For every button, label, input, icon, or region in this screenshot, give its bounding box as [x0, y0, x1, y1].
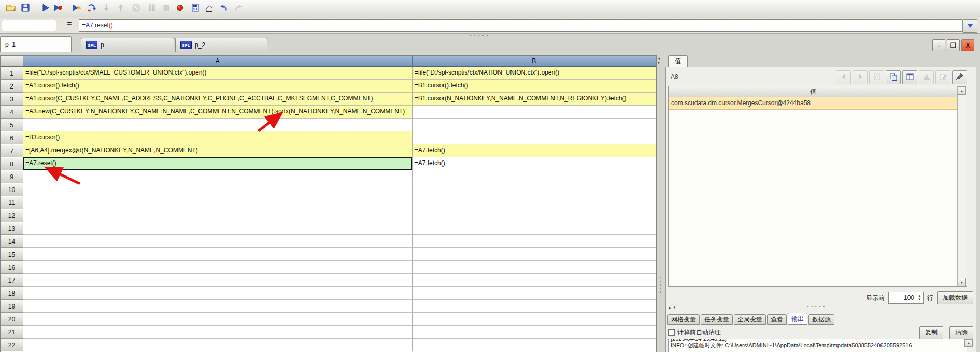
cell-A10[interactable] — [23, 183, 413, 196]
cell-A4[interactable]: =A3.new(C_CUSTKEY:N_NATIONKEY,C_NAME:N_N… — [23, 106, 413, 119]
auto-clear-checkbox[interactable] — [668, 329, 675, 336]
row-header-3[interactable]: 3 — [1, 93, 23, 106]
row-header-5[interactable]: 5 — [1, 119, 23, 131]
row-header-20[interactable]: 20 — [1, 313, 23, 326]
tab-value[interactable]: 值 — [668, 55, 688, 67]
cell-A13[interactable] — [23, 222, 413, 235]
panel-tab-全局变量[interactable]: 全局变量 — [734, 314, 766, 325]
log-scroll-up-icon[interactable]: ▲ — [964, 339, 973, 347]
cell-A6[interactable]: =B3.cursor() — [23, 131, 413, 144]
cell-A12[interactable] — [23, 209, 413, 222]
breakpoint-button[interactable] — [174, 3, 186, 14]
restore-button[interactable]: ❐ — [947, 39, 960, 51]
row-count-spinner[interactable]: 100 ▲▼ — [888, 292, 924, 304]
cell-B4[interactable] — [413, 106, 656, 119]
row-header-11[interactable]: 11 — [1, 196, 23, 209]
panel-tab-网格变量[interactable]: 网格变量 — [667, 314, 700, 325]
panel-tab-数据源[interactable]: 数据源 — [808, 314, 834, 325]
splitter-dots-top[interactable]: ····· — [470, 31, 490, 40]
column-header-A[interactable]: A — [23, 56, 413, 67]
cell-B1[interactable]: =file("D:/spl-scriptis/ctx/NATION_UNION.… — [413, 67, 656, 80]
row-header-7[interactable]: 7 — [1, 144, 23, 157]
cell-B21[interactable] — [413, 326, 656, 339]
row-header-15[interactable]: 15 — [1, 248, 23, 261]
cell-A22[interactable] — [23, 339, 413, 351]
cell-B7[interactable]: =A7.fetch() — [413, 144, 656, 157]
row-header-13[interactable]: 13 — [1, 222, 23, 235]
row-header-10[interactable]: 10 — [1, 183, 23, 196]
panel-tab-输出[interactable]: 输出 — [788, 313, 807, 325]
grid-panel-splitter[interactable]: ◂▸ — [657, 55, 665, 352]
formula-input[interactable]: =A7.reset() — [79, 19, 962, 32]
row-header-4[interactable]: 4 — [1, 106, 23, 119]
value-table-scrollbar[interactable]: ▲ ▼ — [957, 86, 967, 286]
cell-A8[interactable]: =A7.reset() — [23, 157, 413, 170]
cell-A18[interactable] — [23, 287, 413, 300]
panel-splitter[interactable]: ▲ ▼ ····· — [666, 305, 977, 312]
cell-A17[interactable] — [23, 274, 413, 287]
row-header-17[interactable]: 17 — [1, 274, 23, 287]
cell-B6[interactable] — [413, 131, 656, 144]
clear-cells-button[interactable] — [203, 3, 215, 14]
file-tab-p_1[interactable]: p_1 — [0, 36, 72, 52]
column-header-B[interactable]: B — [413, 56, 656, 67]
cell-B22[interactable] — [413, 339, 656, 351]
row-count-value[interactable]: 100 — [889, 294, 916, 301]
cell-B12[interactable] — [413, 209, 656, 222]
cell-A9[interactable] — [23, 170, 413, 183]
panel-tab-查看[interactable]: 查看 — [767, 314, 787, 325]
minimize-button[interactable]: – — [932, 39, 945, 51]
row-header-19[interactable]: 19 — [1, 300, 23, 313]
cell-A21[interactable] — [23, 326, 413, 339]
cell-B20[interactable] — [413, 313, 656, 326]
cell-B13[interactable] — [413, 222, 656, 235]
cell-A20[interactable] — [23, 313, 413, 326]
panel-splitter-arrows[interactable]: ▲ ▼ — [668, 306, 677, 309]
record-view-button[interactable] — [902, 70, 917, 84]
scroll-up-icon[interactable]: ▲ — [958, 86, 966, 95]
cell-A14[interactable] — [23, 235, 413, 248]
cell-B19[interactable] — [413, 300, 656, 313]
splitter-collapse-icons[interactable]: ◂▸ — [658, 56, 660, 65]
cell-B3[interactable]: =B1.cursor(N_NATIONKEY,N_NAME,N_COMMENT,… — [413, 93, 656, 106]
row-header-12[interactable]: 12 — [1, 209, 23, 222]
run-current-cell-button[interactable] — [70, 3, 82, 14]
cell-A3[interactable]: =A1.cursor(C_CUSTKEY,C_NAME,C_ADDRESS,C_… — [23, 93, 413, 106]
row-header-16[interactable]: 16 — [1, 261, 23, 274]
cell-A16[interactable] — [23, 261, 413, 274]
step-over-button[interactable] — [86, 3, 97, 14]
copy-button[interactable]: 复制 — [919, 326, 943, 339]
cell-A11[interactable] — [23, 196, 413, 209]
close-button[interactable]: X — [961, 39, 974, 51]
row-header-18[interactable]: 18 — [1, 287, 23, 300]
run-debug-button[interactable] — [52, 3, 63, 14]
cell-B15[interactable] — [413, 248, 656, 261]
formula-expand-button[interactable] — [962, 19, 977, 33]
cell-B10[interactable] — [413, 183, 656, 196]
cell-A2[interactable]: =A1.cursor().fetch() — [23, 80, 413, 93]
cell-B17[interactable] — [413, 274, 656, 287]
cell-B14[interactable] — [413, 235, 656, 248]
row-header-8[interactable]: 8 — [1, 157, 23, 170]
cell-B2[interactable]: =B1.cursor().fetch() — [413, 80, 656, 93]
cell-A7[interactable]: =[A6,A4].mergex@d(N_NATIONKEY,N_NAME,N_C… — [23, 144, 413, 157]
row-header-14[interactable]: 14 — [1, 235, 23, 248]
cell-name-box[interactable] — [2, 20, 56, 31]
load-data-button[interactable]: 加载数据 — [937, 291, 973, 304]
grid-corner[interactable] — [1, 56, 23, 67]
row-header-9[interactable]: 9 — [1, 170, 23, 183]
scroll-down-icon[interactable]: ▼ — [958, 278, 966, 286]
row-header-2[interactable]: 2 — [1, 80, 23, 93]
output-log[interactable]: [2025-04-14 15:48:11] INFO: 创建临时文件: C:\U… — [668, 339, 967, 352]
value-row-selected[interactable]: com.scudata.dm.cursor.MergesCursor@4244b… — [669, 97, 958, 110]
row-header-6[interactable]: 6 — [1, 131, 23, 144]
cell-B8[interactable]: =A7.fetch() — [413, 157, 656, 170]
row-header-22[interactable]: 22 — [1, 339, 23, 351]
cell-B11[interactable] — [413, 196, 656, 209]
undo-button[interactable] — [218, 3, 229, 14]
copy-data-button[interactable] — [886, 70, 901, 84]
file-tab-p_2[interactable]: SPLp_2 — [175, 38, 267, 52]
file-tab-p[interactable]: SPLp — [81, 38, 174, 52]
cell-B18[interactable] — [413, 287, 656, 300]
cell-B9[interactable] — [413, 170, 656, 183]
